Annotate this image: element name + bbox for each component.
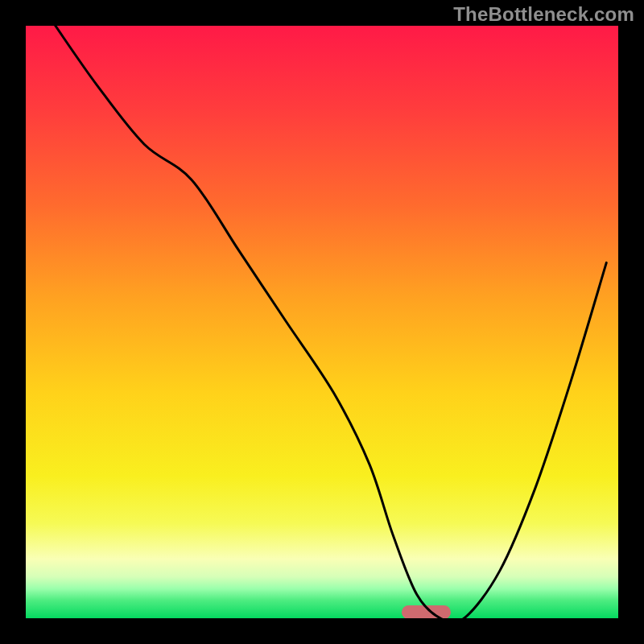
- plot-area: [26, 26, 618, 618]
- chart-frame: TheBottleneck.com: [0, 0, 644, 644]
- bottleneck-curve: [26, 26, 618, 618]
- watermark-text: TheBottleneck.com: [453, 3, 634, 26]
